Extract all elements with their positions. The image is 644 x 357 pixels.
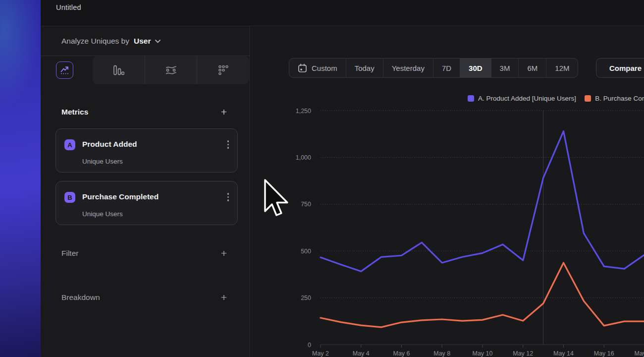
x-axis-label: May 10 <box>473 350 493 357</box>
x-axis-label: May 14 <box>553 350 574 357</box>
x-axis-label: May 2 <box>312 350 329 357</box>
tab-bar-chart[interactable] <box>93 56 145 84</box>
metric-badge-b: B <box>64 192 75 203</box>
background-gradient-strip <box>0 0 41 357</box>
analyze-uniques-label: Analyze Uniques by <box>61 37 129 46</box>
metrics-section-header: Metrics + <box>61 107 227 117</box>
range-30d-selected[interactable]: 30D <box>460 59 491 77</box>
flow-chart-icon <box>165 65 177 76</box>
y-axis-label: 1,000 <box>296 154 311 161</box>
top-bar: Untitled <box>41 0 644 26</box>
kebab-menu-icon[interactable] <box>227 140 229 149</box>
compare-button[interactable]: Compare <box>596 58 644 78</box>
metric-measure: Unique Users <box>82 158 123 165</box>
add-metric-button[interactable]: + <box>221 107 227 117</box>
metric-badge-a: A <box>64 139 75 150</box>
range-6m[interactable]: 6M <box>518 59 546 77</box>
x-axis-label: May 8 <box>433 350 450 357</box>
add-filter-button[interactable]: + <box>221 248 227 258</box>
range-3m[interactable]: 3M <box>491 59 519 77</box>
date-range-control: Custom Today Yesterday 7D 30D 3M 6M 12M <box>289 58 578 78</box>
line-chart-icon <box>59 65 70 75</box>
chevron-down-icon[interactable] <box>155 40 161 43</box>
y-axis-label: 0 <box>308 342 311 349</box>
breakdown-label: Breakdown <box>61 293 100 302</box>
range-yesterday[interactable]: Yesterday <box>383 59 433 77</box>
y-axis-label: 500 <box>301 248 311 255</box>
x-axis-label: May 18 <box>635 350 644 357</box>
series-line <box>321 263 644 327</box>
y-axis-label: 750 <box>301 201 311 208</box>
range-today[interactable]: Today <box>346 59 383 77</box>
line-chart[interactable]: 02505007501,0001,250May 2May 4May 6May 8… <box>250 79 644 357</box>
y-axis-label: 250 <box>301 295 311 301</box>
tab-line-chart[interactable] <box>56 61 73 79</box>
metric-card-product-added[interactable]: A Product Added Unique Users <box>55 128 238 173</box>
sidebar: Analyze Uniques by User <box>41 26 250 357</box>
range-12m[interactable]: 12M <box>546 59 578 77</box>
calendar-icon <box>298 63 307 73</box>
x-axis-label: May 6 <box>393 350 410 357</box>
tab-flow-chart[interactable] <box>145 56 197 84</box>
filter-section-header: Filter + <box>61 248 227 258</box>
tab-grid-dots[interactable] <box>197 56 249 84</box>
bar-chart-icon <box>112 64 124 76</box>
range-7d[interactable]: 7D <box>433 59 460 77</box>
x-axis-label: May 4 <box>353 350 370 357</box>
metric-name: Product Added <box>82 140 137 149</box>
kebab-menu-icon[interactable] <box>227 193 229 201</box>
chart-type-tab-group <box>93 56 249 84</box>
filter-label: Filter <box>61 249 78 258</box>
metric-measure: Unique Users <box>82 210 123 218</box>
analyze-uniques-row: Analyze Uniques by User <box>41 26 250 56</box>
series-line <box>321 131 644 272</box>
x-axis-label: May 16 <box>594 350 614 357</box>
metric-card-purchase-completed[interactable]: B Purchase Completed Unique Users <box>55 181 238 225</box>
range-custom[interactable]: Custom <box>289 59 346 77</box>
analyze-by-dropdown[interactable]: User <box>134 37 151 46</box>
metric-name: Purchase Completed <box>82 192 159 201</box>
chart-type-tabs <box>41 56 250 84</box>
add-breakdown-button[interactable]: + <box>221 292 227 302</box>
grid-dots-icon <box>217 64 229 76</box>
report-title[interactable]: Untitled <box>56 3 81 11</box>
breakdown-section-header: Breakdown + <box>61 292 227 302</box>
metrics-label: Metrics <box>61 108 88 117</box>
y-axis-label: 1,250 <box>296 108 311 115</box>
x-axis-label: May 12 <box>513 350 533 357</box>
